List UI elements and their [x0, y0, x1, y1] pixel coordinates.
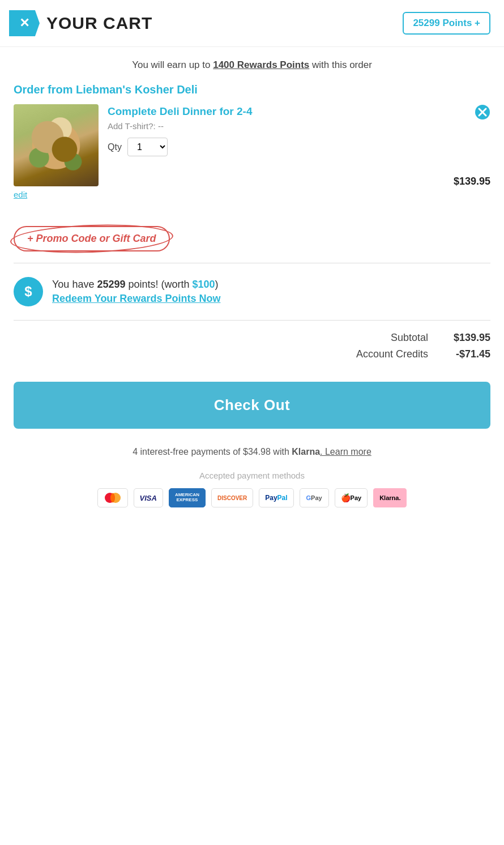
promo-section: + Promo Code or Gift Card [0, 209, 504, 263]
svg-point-5 [110, 493, 115, 503]
credits-value: -$71.45 [445, 348, 490, 360]
gpay-icon: G Pay [300, 488, 329, 507]
klarna-learn-more[interactable]: . Learn more [320, 447, 371, 456]
payment-icons-row: VISA AMERICANEXPRESS DISCOVER PayPal G P… [14, 488, 490, 507]
item-name: Complete Deli Dinner for 2-4 [108, 105, 490, 118]
item-image-wrapper: edit [14, 104, 99, 200]
qty-select[interactable]: 1 2 3 4 [127, 138, 168, 156]
rewards-redeem-section: $ You have 25299 points! (worth $100) Re… [0, 263, 504, 320]
redeem-link[interactable]: Redeem Your Rewards Points Now [52, 293, 220, 305]
mastercard-icon [97, 488, 128, 507]
rewards-text-before: You will earn up to [132, 59, 213, 70]
klarna-section: 4 interest-free payments of $34.98 with … [0, 438, 504, 462]
option-value: -- [158, 121, 164, 131]
points-button[interactable]: 25299 Points + [403, 12, 490, 35]
subtotal-value: $139.95 [445, 332, 490, 344]
checkout-button[interactable]: Check Out [14, 382, 490, 429]
food-photo [14, 104, 99, 186]
rewards-redeem-text: You have 25299 points! (worth $100) Rede… [52, 279, 220, 305]
visa-icon: VISA [134, 488, 163, 507]
rewards-text-after: with this order [309, 59, 372, 70]
text-mid: points! (worth [125, 279, 192, 290]
cart-item: edit Complete Deli Dinner for 2-4 Add T-… [14, 104, 490, 209]
item-price: $139.95 [454, 176, 490, 187]
rewards-points-text: You have 25299 points! (worth $100) [52, 279, 220, 291]
item-option: Add T-shirt?: -- [108, 121, 490, 131]
points-count: 25299 [97, 279, 125, 290]
cart-title: YOUR CART [46, 14, 152, 33]
rewards-points-amount: 1400 Rewards Points [213, 59, 309, 70]
promo-button[interactable]: + Promo Code or Gift Card [14, 226, 170, 251]
item-image [14, 104, 99, 186]
payment-methods-label: Accepted payment methods [14, 471, 490, 480]
subtotal-row: Subtotal $139.95 [14, 332, 490, 344]
qty-label: Qty [108, 142, 122, 152]
order-from: Order from Liebman's Kosher Deli [14, 83, 490, 96]
applepay-icon: 🍎 Pay [335, 488, 368, 507]
dollar-symbol: $ [24, 284, 32, 300]
totals-section: Subtotal $139.95 Account Credits -$71.45 [0, 321, 504, 370]
credits-label: Account Credits [356, 348, 428, 360]
text-before: You have [52, 279, 97, 290]
item-remove-button[interactable] [475, 104, 490, 123]
header-left: ✕ YOUR CART [9, 10, 152, 36]
order-from-label: Order from [14, 83, 72, 96]
discover-icon: DISCOVER [211, 488, 253, 507]
restaurant-name: Liebman's Kosher Deli [76, 83, 198, 96]
page-header: ✕ YOUR CART 25299 Points + [0, 0, 504, 47]
klarna-badge-icon: Klarna. [373, 488, 407, 507]
text-after: ) [215, 279, 219, 290]
subtotal-label: Subtotal [391, 332, 428, 344]
klarna-text: 4 interest-free payments of $34.98 with [133, 447, 292, 456]
rewards-earn-bar: You will earn up to 1400 Rewards Points … [0, 47, 504, 76]
logo-badge: ✕ [9, 10, 40, 36]
item-qty-row: Qty 1 2 3 4 [108, 138, 490, 156]
order-section: Order from Liebman's Kosher Deli edit Co… [0, 76, 504, 209]
option-label: Add T-shirt?: [108, 121, 156, 131]
dollar-icon: $ [14, 277, 43, 306]
remove-icon [475, 104, 490, 120]
logo-x-icon: ✕ [19, 16, 29, 31]
item-details: Complete Deli Dinner for 2-4 Add T-shirt… [108, 104, 490, 160]
credits-row: Account Credits -$71.45 [14, 348, 490, 360]
edit-link[interactable]: edit [14, 190, 27, 199]
checkout-section: Check Out [0, 370, 504, 438]
points-worth: $100 [193, 279, 215, 290]
paypal-icon: PayPal [259, 488, 293, 507]
klarna-brand: Klarna [292, 447, 320, 456]
amex-icon: AMERICANEXPRESS [169, 488, 206, 507]
payment-methods-section: Accepted payment methods VISA AMERICANEX… [0, 462, 504, 524]
